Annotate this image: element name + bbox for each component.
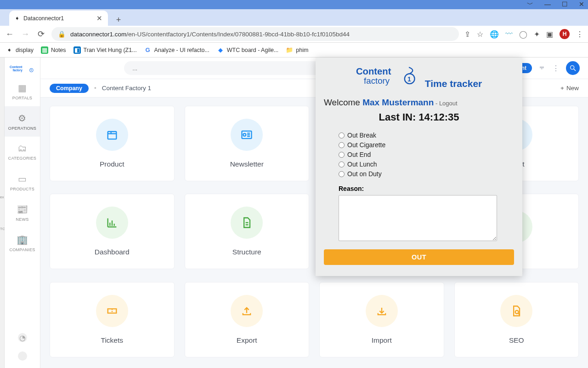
- extension-globe-icon[interactable]: 🌐: [490, 30, 499, 39]
- window-maximize-icon[interactable]: ☐: [562, 0, 568, 9]
- reason-textarea[interactable]: [339, 195, 497, 241]
- sidebar-item-label: CATEGORIES: [8, 156, 36, 161]
- address-bar[interactable]: 🔒 dataconnector1.com/en-US/contentfactor…: [51, 27, 459, 41]
- sidebar-item-operations[interactable]: ⚙ OPERATIONS: [5, 106, 40, 137]
- categories-icon: 🗂: [17, 143, 27, 154]
- new-button[interactable]: + New: [560, 85, 579, 92]
- radio-input[interactable]: [339, 132, 345, 138]
- svg-text:Content: Content: [9, 65, 22, 69]
- popup-last-in: Last IN: 14:12:35: [324, 111, 514, 123]
- out-radio-option[interactable]: Out Lunch: [339, 161, 514, 168]
- extension-circle-icon[interactable]: ◯: [519, 30, 527, 39]
- side-panel-icon[interactable]: ▣: [546, 30, 553, 39]
- sidebar-item-companies[interactable]: 🏢 COMPANIES: [5, 228, 40, 258]
- sidebar-item-news[interactable]: 📰 NEWS: [5, 197, 40, 228]
- radio-input[interactable]: [339, 171, 345, 177]
- sidebar-bell-icon[interactable]: [18, 351, 27, 361]
- popup-logo: Content factory 1: [356, 64, 420, 89]
- url-path: /en-US/contentfactory1/Contents/Index/07…: [126, 31, 350, 38]
- operation-card[interactable]: Tickets: [50, 282, 175, 357]
- new-label: New: [566, 85, 579, 92]
- card-icon: [231, 295, 263, 327]
- products-icon: ▭: [18, 173, 27, 184]
- svg-text:1: 1: [30, 69, 32, 72]
- card-icon: [500, 295, 532, 327]
- breadcrumb-current: Content Factory 1: [102, 85, 151, 92]
- window-min-icon[interactable]: ﹀: [527, 0, 533, 9]
- tab-close-icon[interactable]: ✕: [96, 14, 102, 23]
- radio-input[interactable]: [339, 161, 345, 167]
- logout-link[interactable]: Logout: [439, 100, 458, 107]
- bookmark-item[interactable]: ▦Notes: [41, 46, 66, 54]
- nav-forward-icon: →: [20, 29, 30, 39]
- profile-avatar[interactable]: H: [560, 29, 570, 39]
- radio-label: Out Break: [347, 132, 376, 139]
- bookmark-item[interactable]: ◧Tran Viet Hung (Z1...: [74, 46, 137, 54]
- outer-rail: ex TC: [0, 58, 5, 368]
- operation-card[interactable]: Import: [319, 282, 444, 357]
- bookmark-item[interactable]: GAnalyze - UI refacto...: [144, 46, 209, 54]
- popup-user-name: Max Mustermann: [362, 98, 434, 107]
- radio-input[interactable]: [339, 152, 345, 158]
- bookmark-icon: ▦: [41, 46, 48, 54]
- breadcrumb-pill[interactable]: Company: [50, 84, 89, 93]
- sidebar-item-categories[interactable]: 🗂 CATEGORIES: [5, 137, 40, 167]
- operation-card[interactable]: Product: [50, 106, 175, 181]
- nav-back-icon[interactable]: ←: [5, 29, 15, 39]
- svg-text:factory: factory: [12, 69, 22, 73]
- sidebar-item-products[interactable]: ▭ PRODUCTS: [5, 167, 40, 197]
- operation-card[interactable]: SEO: [454, 282, 579, 357]
- bookmark-star-icon[interactable]: ☆: [477, 30, 483, 39]
- svg-text:1: 1: [407, 75, 411, 83]
- card-label: Tickets: [101, 336, 123, 345]
- operation-card[interactable]: Structure: [185, 194, 310, 269]
- extensions-puzzle-icon[interactable]: ✦: [534, 30, 540, 39]
- bookmark-icon: G: [144, 46, 152, 54]
- filter-icon[interactable]: ⫧: [538, 64, 546, 72]
- os-titlebar: ﹀ — ☐ ✕: [0, 0, 588, 9]
- operation-card[interactable]: Export: [185, 282, 310, 357]
- popup-title: Time tracker: [425, 78, 482, 89]
- sidebar-item-portals[interactable]: ▦ PORTALS: [5, 76, 40, 106]
- svg-rect-6: [107, 132, 116, 139]
- out-radio-option[interactable]: Out on Duty: [339, 170, 514, 178]
- window-minimize-icon[interactable]: —: [544, 0, 551, 9]
- new-tab-button[interactable]: +: [113, 14, 124, 26]
- operation-card[interactable]: Newsletter: [185, 106, 310, 181]
- app-root: ex TC Contentfactory1 ▦ PORTALS ⚙ OPERAT…: [0, 58, 588, 368]
- out-radio-option[interactable]: Out Cigarette: [339, 141, 514, 149]
- radio-label: Out Cigarette: [347, 141, 385, 149]
- app-logo[interactable]: Contentfactory1: [8, 62, 37, 76]
- extension-sync-icon[interactable]: 〰: [505, 30, 513, 38]
- out-button[interactable]: OUT: [324, 249, 514, 265]
- bookmark-item[interactable]: ➧display: [6, 46, 34, 54]
- radio-label: Out on Duty: [347, 170, 382, 178]
- operation-card[interactable]: Dashboard: [50, 194, 175, 269]
- url-domain: dataconnector1.com: [70, 31, 126, 38]
- portals-icon: ▦: [18, 82, 27, 93]
- logout-sep: -: [434, 100, 439, 107]
- browser-tab[interactable]: ➧ Dataconnector1 ✕: [9, 11, 108, 26]
- bookmark-item[interactable]: 📁phim: [286, 46, 308, 54]
- radio-input[interactable]: [339, 142, 345, 148]
- news-icon: 📰: [17, 204, 28, 215]
- search-button[interactable]: [566, 61, 580, 75]
- nav-reload-icon[interactable]: ⟳: [36, 29, 46, 39]
- out-reason-radios: Out BreakOut CigaretteOut EndOut LunchOu…: [339, 132, 514, 178]
- bookmark-label: phim: [296, 47, 308, 53]
- share-icon[interactable]: ⇪: [464, 30, 470, 39]
- bookmark-icon: ◧: [74, 46, 81, 54]
- card-icon: [96, 119, 128, 151]
- browser-menu-icon[interactable]: ⋮: [576, 30, 583, 39]
- more-icon[interactable]: ⋮: [552, 64, 560, 73]
- bookmark-item[interactable]: ◆WTC board - Agile...: [217, 46, 279, 54]
- card-icon: [366, 295, 398, 327]
- sidebar-clock-icon[interactable]: ◔: [18, 333, 27, 342]
- breadcrumb-separator: •: [94, 85, 96, 92]
- out-radio-option[interactable]: Out End: [339, 151, 514, 158]
- window-close-icon[interactable]: ✕: [579, 0, 584, 9]
- operations-icon: ⚙: [18, 113, 26, 124]
- out-radio-option[interactable]: Out Break: [339, 132, 514, 139]
- bookmarks-bar: ➧display ▦Notes ◧Tran Viet Hung (Z1... G…: [0, 43, 588, 58]
- popup-header: Content factory 1 Time tracker: [324, 64, 514, 89]
